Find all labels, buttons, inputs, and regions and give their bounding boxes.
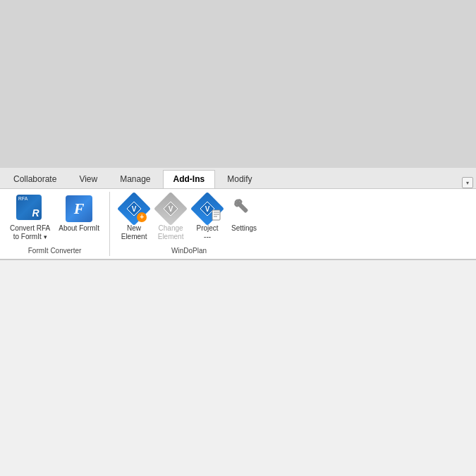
ribbon-body: RFA R Convert RFA to FormIt ▾ F About Fo… — [0, 189, 476, 260]
tab-collaborate[interactable]: Collaborate — [3, 170, 67, 188]
about-formit-icon: F — [65, 195, 93, 223]
project-button[interactable]: V — [189, 192, 226, 244]
convert-rfa-button[interactable]: RFA R Convert RFA to FormIt ▾ — [6, 192, 54, 244]
group-windoplan-items: V + New Element — [116, 192, 262, 245]
group-windoplan-label: WinDoPlan — [116, 245, 262, 256]
project-icon: V — [193, 195, 221, 223]
bottom-area — [0, 260, 476, 476]
tab-add-ins[interactable]: Add-Ins — [163, 170, 216, 188]
settings-button[interactable]: Settings — [226, 192, 262, 236]
new-element-icon: V + — [120, 195, 148, 223]
settings-label: Settings — [231, 224, 257, 233]
project-label: Project --- — [197, 224, 219, 241]
change-element-icon: V — [157, 195, 185, 223]
about-formit-button[interactable]: F About FormIt — [54, 192, 104, 236]
change-element-button: V Change Element — [152, 192, 189, 244]
svg-rect-6 — [212, 210, 220, 220]
convert-rfa-label: Convert RFA to FormIt ▾ — [10, 224, 50, 241]
about-formit-label: About FormIt — [59, 224, 99, 233]
group-formit-converter: RFA R Convert RFA to FormIt ▾ F About Fo… — [0, 192, 110, 256]
new-element-label: New Element — [121, 224, 147, 241]
svg-text:V: V — [205, 205, 210, 213]
svg-text:V: V — [132, 205, 137, 213]
new-element-button[interactable]: V + New Element — [116, 192, 152, 244]
convert-rfa-icon: RFA R — [16, 195, 44, 223]
settings-icon — [230, 195, 258, 223]
tab-modify[interactable]: Modify — [216, 170, 262, 188]
change-element-label: Change Element — [158, 224, 184, 241]
tab-view[interactable]: View — [68, 170, 108, 188]
ribbon-tabs-bar: Collaborate View Manage Add-Ins Modify ▾ — [0, 168, 476, 189]
group-windoplan: V + New Element — [110, 192, 268, 256]
qat-dropdown-arrow: ▾ — [466, 180, 469, 186]
top-spacer — [0, 0, 476, 168]
qat-dropdown[interactable]: ▾ — [462, 177, 473, 188]
group-formit-items: RFA R Convert RFA to FormIt ▾ F About Fo… — [6, 192, 104, 245]
svg-text:V: V — [169, 205, 173, 213]
tab-manage[interactable]: Manage — [109, 170, 161, 188]
group-formit-label: FormIt Converter — [6, 245, 104, 256]
